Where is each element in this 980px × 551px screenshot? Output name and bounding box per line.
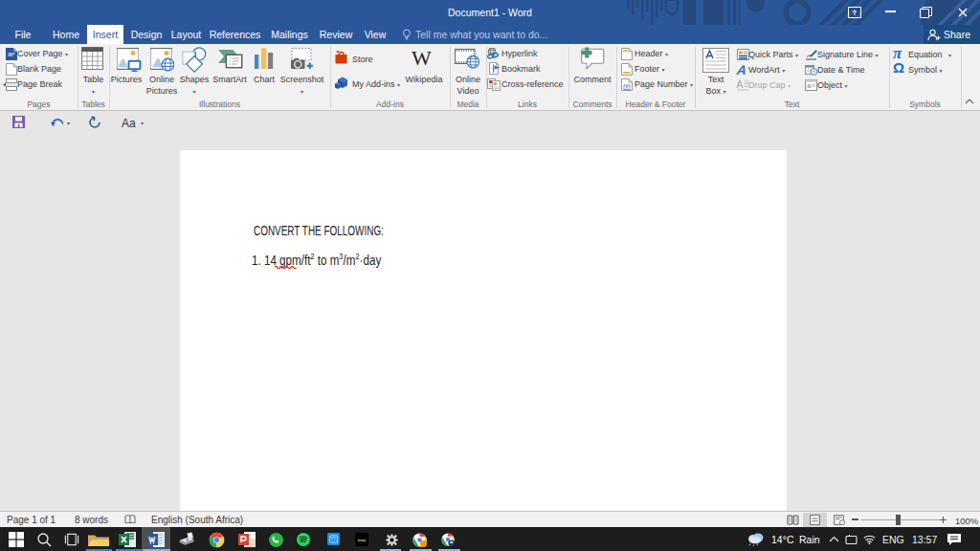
svg-text:betway: betway — [358, 539, 367, 542]
